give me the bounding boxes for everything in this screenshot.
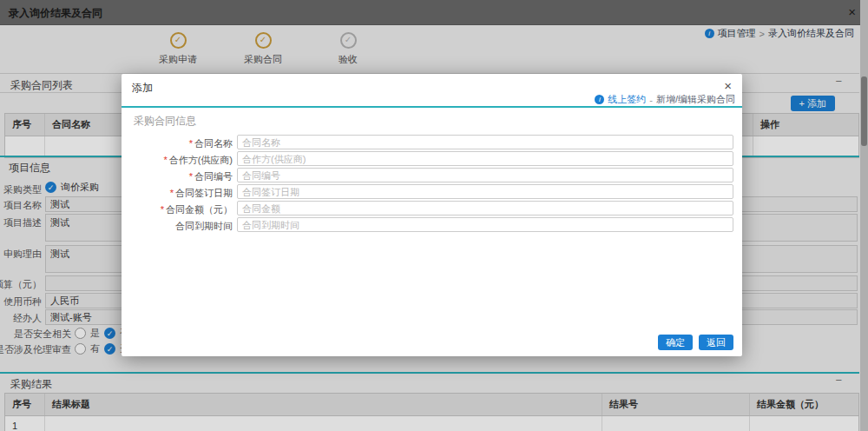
modal-footer: 确定 返回 <box>658 335 733 350</box>
contract-name-row: *合同名称 <box>122 135 742 149</box>
contract-number-input[interactable] <box>237 168 733 182</box>
back-button[interactable]: 返回 <box>699 335 733 350</box>
supplier-input[interactable] <box>237 151 733 166</box>
expire-date-label: 合同到期时间 <box>175 221 233 231</box>
contract-amount-input[interactable] <box>237 201 733 216</box>
contract-number-label: 合同编号 <box>194 171 233 182</box>
modal-accent-line <box>122 106 742 108</box>
confirm-button[interactable]: 确定 <box>658 335 693 350</box>
contract-number-row: *合同编号 <box>122 168 742 182</box>
modal-title: 添加 <box>132 81 153 96</box>
expire-date-row: 合同到期时间 <box>122 217 742 232</box>
tag-secondary-text: 新增/编辑采购合同 <box>656 93 735 106</box>
supplier-row: *合作方(供应商) <box>122 151 742 166</box>
supplier-label: 合作方(供应商) <box>169 155 233 165</box>
sign-date-label: 合同签订日期 <box>175 188 233 198</box>
contract-name-input[interactable] <box>237 135 733 149</box>
contract-amount-label: 合同金额（元） <box>166 204 233 215</box>
online-sign-link[interactable]: 线上签约 <box>608 93 646 106</box>
contract-amount-row: *合同金额（元） <box>122 201 742 216</box>
required-mark: * <box>161 204 164 215</box>
tag-separator: - <box>649 95 653 105</box>
expire-date-input[interactable] <box>237 217 733 232</box>
modal-section-title: 采购合同信息 <box>134 114 196 129</box>
required-mark: * <box>189 171 193 182</box>
required-mark: * <box>163 155 167 165</box>
close-icon[interactable]: × <box>724 78 732 93</box>
add-contract-modal: 添加 × i 线上签约 - 新增/编辑采购合同 采购合同信息 *合同名称 *合作… <box>122 74 742 356</box>
sign-date-input[interactable] <box>237 184 733 199</box>
required-mark: * <box>170 188 174 198</box>
contract-name-label: 合同名称 <box>194 138 233 149</box>
info-icon: i <box>595 95 604 104</box>
app-root: 录入询价结果及合同 × i 项目管理 > 录入询价结果及合同 ✓ 采购申请 ✓ … <box>0 0 868 431</box>
modal-tag-row: i 线上签约 - 新增/编辑采购合同 <box>595 93 735 106</box>
required-mark: * <box>189 138 193 149</box>
sign-date-row: *合同签订日期 <box>122 184 742 199</box>
